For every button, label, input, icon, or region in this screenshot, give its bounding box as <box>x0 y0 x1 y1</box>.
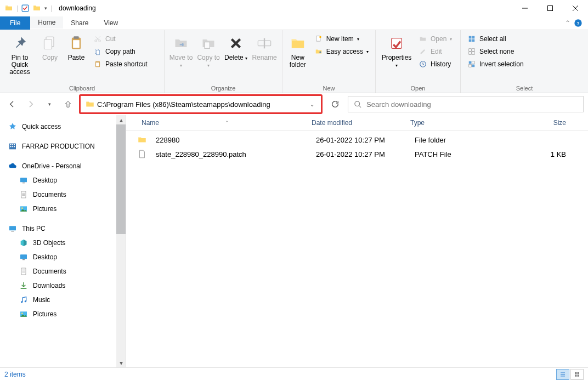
paste-button[interactable]: Paste <box>65 32 88 61</box>
sidebar-item-3d-objects[interactable]: 3D Objects <box>4 236 126 250</box>
table-row[interactable]: 228980 26-01-2022 10:27 PM File folder <box>126 133 588 147</box>
svg-rect-51 <box>21 268 26 275</box>
content-area: Quick access FARRAD PRODUCTION OneDrive … <box>0 115 588 367</box>
copy-to-button[interactable]: Copy to ▾ <box>196 32 220 69</box>
svg-rect-25 <box>472 39 475 42</box>
svg-rect-44 <box>21 191 26 198</box>
help-icon[interactable]: ? <box>574 19 583 27</box>
svg-rect-59 <box>578 375 580 377</box>
window-title: downloading <box>59 4 95 12</box>
sidebar-item-od-pictures[interactable]: Pictures <box>4 202 126 216</box>
cut-button[interactable]: Cut <box>91 33 150 44</box>
address-input[interactable] <box>97 100 306 109</box>
tab-share[interactable]: Share <box>63 16 96 30</box>
svg-text:?: ? <box>577 21 580 26</box>
details-view-button[interactable] <box>556 369 569 380</box>
search-box[interactable] <box>348 96 584 112</box>
sidebar-item-farrad[interactable]: FARRAD PRODUCTION <box>4 139 126 153</box>
tab-home[interactable]: Home <box>30 16 63 30</box>
rename-button[interactable]: Rename <box>251 32 278 61</box>
search-input[interactable] <box>366 100 578 109</box>
group-select-label: Select <box>465 84 584 92</box>
svg-rect-42 <box>20 178 27 182</box>
select-all-button[interactable]: Select all <box>465 33 526 44</box>
svg-rect-32 <box>469 65 472 67</box>
sidebar-item-documents[interactable]: Documents <box>4 264 126 278</box>
svg-rect-28 <box>469 52 472 55</box>
status-bar: 2 items <box>0 367 588 381</box>
paste-shortcut-button[interactable]: Paste shortcut <box>91 59 150 70</box>
column-date[interactable]: Date modified <box>307 119 406 127</box>
sidebar-item-od-desktop[interactable]: Desktop <box>4 173 126 187</box>
svg-rect-5 <box>44 39 52 49</box>
scrollbar-thumb[interactable] <box>116 124 126 234</box>
up-button[interactable] <box>60 96 76 112</box>
column-size[interactable]: Size <box>488 119 588 127</box>
sidebar-item-pictures[interactable]: Pictures <box>4 307 126 321</box>
back-button[interactable] <box>4 96 20 112</box>
chevron-up-icon[interactable]: ⌃ <box>565 19 570 27</box>
select-none-button[interactable]: Select none <box>465 46 526 57</box>
column-headers[interactable]: Name⌃ Date modified Type Size <box>126 115 588 130</box>
svg-rect-57 <box>578 372 580 374</box>
address-bar[interactable]: ⌄ <box>79 94 323 114</box>
svg-point-19 <box>319 36 321 38</box>
sidebar-item-this-pc[interactable]: This PC <box>4 221 126 236</box>
close-button[interactable] <box>563 0 588 16</box>
svg-rect-17 <box>264 38 265 49</box>
forward-button[interactable] <box>23 96 38 112</box>
new-item-button[interactable]: New item ▾ <box>312 33 371 44</box>
table-row[interactable]: state_228980_228990.patch 26-01-2022 10:… <box>126 147 588 161</box>
sidebar-item-quick-access[interactable]: Quick access <box>4 120 126 134</box>
svg-rect-31 <box>472 61 475 64</box>
svg-rect-24 <box>469 39 472 42</box>
sidebar-scrollbar[interactable]: ▴ ▾ <box>116 115 126 367</box>
scroll-down-icon[interactable]: ▾ <box>116 358 126 367</box>
svg-rect-38 <box>14 144 15 145</box>
invert-selection-button[interactable]: Invert selection <box>465 59 526 70</box>
qa-divider: | <box>16 4 18 12</box>
pin-to-quick-access-button[interactable]: Pin to Quick access <box>4 32 35 76</box>
column-type[interactable]: Type <box>406 119 488 127</box>
sidebar-item-downloads[interactable]: Downloads <box>4 278 126 293</box>
sidebar-item-onedrive[interactable]: OneDrive - Personal <box>4 159 126 173</box>
sidebar-item-od-documents[interactable]: Documents <box>4 187 126 202</box>
svg-rect-58 <box>575 375 577 377</box>
tab-file[interactable]: File <box>0 16 30 30</box>
move-to-button[interactable]: Move to ▾ <box>169 32 193 69</box>
svg-rect-36 <box>10 144 11 145</box>
properties-button[interactable]: Properties ▾ <box>380 32 413 69</box>
copy-path-button[interactable]: Copy path <box>91 46 150 57</box>
qa-divider: | <box>50 4 52 12</box>
delete-button[interactable]: Delete ▾ <box>224 32 248 62</box>
sidebar-item-music[interactable]: Music <box>4 293 126 307</box>
refresh-button[interactable] <box>326 96 344 112</box>
large-icons-view-button[interactable] <box>570 369 584 380</box>
svg-point-52 <box>21 301 22 303</box>
edit-button[interactable]: Edit <box>416 46 454 57</box>
tab-view[interactable]: View <box>96 16 126 30</box>
svg-rect-56 <box>575 372 577 374</box>
new-folder-button[interactable]: New folder <box>287 32 309 69</box>
maximize-button[interactable] <box>538 0 563 16</box>
svg-point-53 <box>25 300 26 302</box>
svg-rect-26 <box>469 49 472 52</box>
sidebar-item-desktop[interactable]: Desktop <box>4 250 126 264</box>
scroll-up-icon[interactable]: ▴ <box>116 115 126 124</box>
svg-rect-23 <box>472 36 475 39</box>
copy-button[interactable]: Copy <box>38 32 61 61</box>
history-button[interactable]: History <box>416 59 454 70</box>
checkbox-icon[interactable] <box>21 4 29 12</box>
folder-icon <box>85 99 95 109</box>
open-button[interactable]: Open ▾ <box>416 33 454 44</box>
address-dropdown-icon[interactable]: ⌄ <box>306 101 319 107</box>
item-count: 2 items <box>4 371 26 378</box>
navigation-bar: ▾ ⌄ <box>0 93 588 115</box>
recent-locations-button[interactable]: ▾ <box>42 96 57 112</box>
qa-dropdown-icon[interactable]: ▾ <box>44 5 47 11</box>
navigation-pane: Quick access FARRAD PRODUCTION OneDrive … <box>0 115 126 367</box>
svg-rect-43 <box>22 183 25 183</box>
column-name[interactable]: Name⌃ <box>137 119 307 127</box>
minimize-button[interactable] <box>512 0 538 16</box>
easy-access-button[interactable]: Easy access ▾ <box>312 46 371 57</box>
